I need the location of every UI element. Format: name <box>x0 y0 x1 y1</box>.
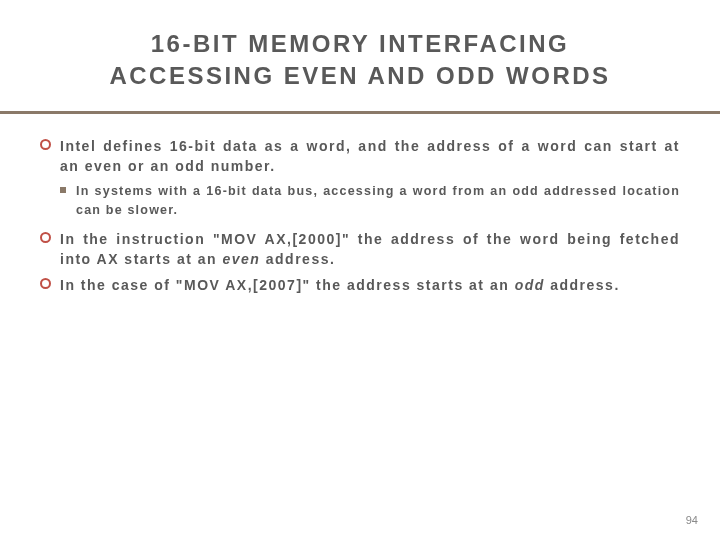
bullet-text-post: address. <box>545 277 620 293</box>
title-line-1: 16-BIT MEMORY INTERFACING <box>151 30 570 57</box>
bullet-text-post: address. <box>260 251 335 267</box>
slide-title: 16-BIT MEMORY INTERFACING ACCESSING EVEN… <box>40 28 680 93</box>
slide-body: Intel defines 16-bit data as a word, and… <box>0 114 720 296</box>
bullet-text-em: odd <box>515 277 545 293</box>
sub-bullet-item: In systems with a 16-bit data bus, acces… <box>40 182 680 218</box>
bullet-text-em: even <box>222 251 260 267</box>
bullet-text-pre: In the instruction "MOV AX,[2000]" the a… <box>60 231 680 267</box>
bullet-item: In the instruction "MOV AX,[2000]" the a… <box>40 229 680 270</box>
bullet-text-pre: In the case of "MOV AX,[2007]" the addre… <box>60 277 515 293</box>
bullet-item: In the case of "MOV AX,[2007]" the addre… <box>40 275 680 295</box>
bullet-item: Intel defines 16-bit data as a word, and… <box>40 136 680 177</box>
bullet-text: Intel defines 16-bit data as a word, and… <box>60 138 680 174</box>
slide-title-block: 16-BIT MEMORY INTERFACING ACCESSING EVEN… <box>0 0 720 114</box>
sub-bullet-text: In systems with a 16-bit data bus, acces… <box>76 184 680 216</box>
page-number: 94 <box>686 514 698 526</box>
title-line-2: ACCESSING EVEN AND ODD WORDS <box>109 62 610 89</box>
